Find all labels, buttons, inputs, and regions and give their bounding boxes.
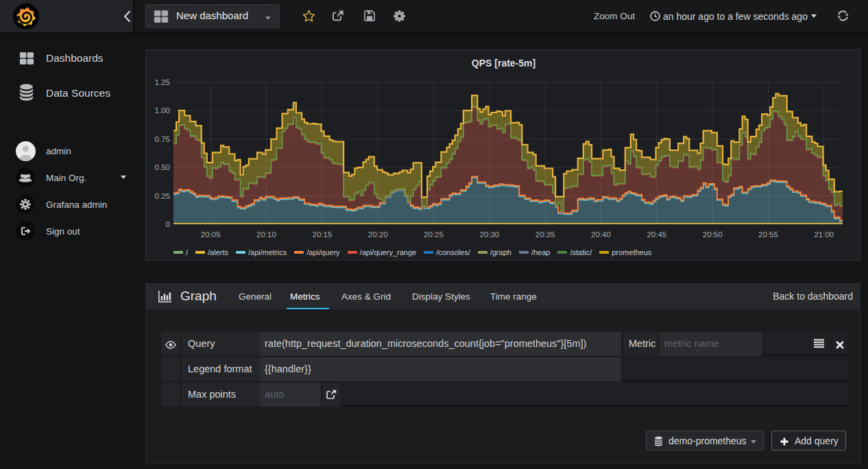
svg-text:20:10: 20:10 — [256, 230, 276, 239]
svg-text:20:55: 20:55 — [758, 230, 778, 239]
svg-text:20:50: 20:50 — [703, 230, 723, 239]
svg-text:0.75: 0.75 — [155, 135, 170, 143]
svg-text:21:00: 21:00 — [814, 230, 834, 239]
svg-text:20:45: 20:45 — [647, 230, 666, 239]
svg-text:0.25: 0.25 — [155, 192, 170, 200]
svg-text:20:30: 20:30 — [479, 230, 499, 239]
svg-text:20:35: 20:35 — [535, 230, 555, 239]
svg-text:0: 0 — [166, 220, 170, 228]
svg-text:1.00: 1.00 — [155, 106, 170, 115]
svg-text:20:40: 20:40 — [591, 230, 611, 239]
svg-text:0.50: 0.50 — [155, 163, 170, 171]
svg-text:20:05: 20:05 — [201, 230, 221, 239]
svg-text:20:20: 20:20 — [368, 230, 388, 239]
svg-text:20:15: 20:15 — [313, 230, 333, 239]
svg-text:20:25: 20:25 — [424, 230, 444, 239]
svg-text:1.25: 1.25 — [155, 78, 170, 86]
